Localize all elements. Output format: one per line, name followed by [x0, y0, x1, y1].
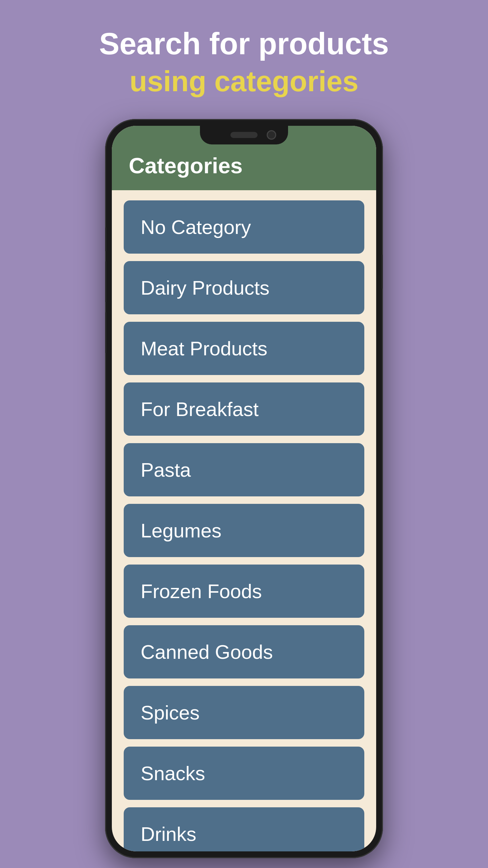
category-label-snacks: Snacks: [141, 762, 205, 784]
category-item-snacks[interactable]: Snacks: [124, 747, 364, 800]
category-item-pasta[interactable]: Pasta: [124, 443, 364, 496]
volume-up-button: [105, 261, 106, 302]
page-header: Search for products using categories: [0, 0, 488, 119]
volume-down-button: [105, 312, 106, 353]
header-title: Search for products: [14, 27, 474, 61]
notch-speaker: [230, 132, 258, 138]
phone-frame: Categories No Category Dairy Products Me…: [105, 119, 383, 858]
category-item-frozen-foods[interactable]: Frozen Foods: [124, 565, 364, 618]
category-label-meat-products: Meat Products: [141, 337, 267, 359]
category-label-drinks: Drinks: [141, 823, 196, 845]
app-title: Categories: [129, 153, 359, 178]
category-label-no-category: No Category: [141, 216, 251, 238]
category-item-drinks[interactable]: Drinks: [124, 807, 364, 851]
category-label-frozen-foods: Frozen Foods: [141, 580, 262, 602]
category-item-spices[interactable]: Spices: [124, 686, 364, 739]
power-button: [382, 255, 383, 289]
category-label-spices: Spices: [141, 702, 200, 724]
category-item-no-category[interactable]: No Category: [124, 200, 364, 254]
category-label-canned-goods: Canned Goods: [141, 641, 273, 663]
category-label-dairy-products: Dairy Products: [141, 277, 269, 299]
category-item-dairy-products[interactable]: Dairy Products: [124, 261, 364, 314]
category-item-canned-goods[interactable]: Canned Goods: [124, 625, 364, 678]
category-item-legumes[interactable]: Legumes: [124, 504, 364, 557]
silent-button: [105, 228, 106, 251]
category-label-for-breakfast: For Breakfast: [141, 398, 259, 420]
categories-list: No Category Dairy Products Meat Products…: [112, 190, 376, 851]
category-item-for-breakfast[interactable]: For Breakfast: [124, 382, 364, 436]
header-subtitle: using categories: [14, 64, 474, 99]
category-label-pasta: Pasta: [141, 459, 191, 481]
category-item-meat-products[interactable]: Meat Products: [124, 322, 364, 375]
notch-camera: [267, 130, 276, 140]
phone-screen: Categories No Category Dairy Products Me…: [112, 126, 376, 851]
notch-area: [200, 126, 288, 144]
category-label-legumes: Legumes: [141, 519, 222, 541]
